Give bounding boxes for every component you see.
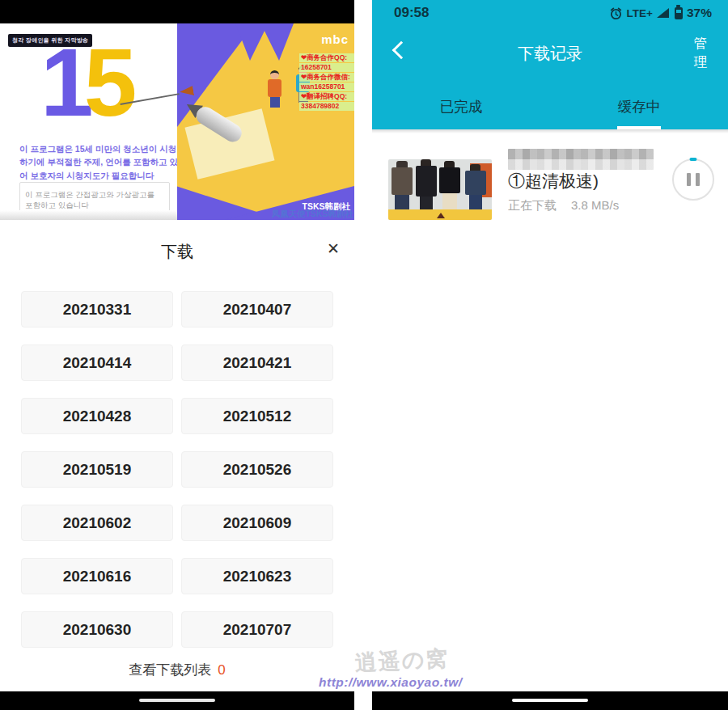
episode-button[interactable]: 20210707 <box>181 611 333 648</box>
home-indicator[interactable] <box>512 699 588 702</box>
right-phone-screen: 09:58 LTE+ 37% 下载记录 管理 已完成缓存中 <box>372 0 728 710</box>
left-navigation-bar <box>0 691 354 710</box>
download-count-badge: 0 <box>218 662 225 678</box>
age-rating-15: 15 <box>40 35 127 130</box>
tab-缓存中[interactable]: 缓存中 <box>550 84 728 129</box>
promo-line: ❤商务合作QQ: <box>299 53 354 62</box>
manage-button[interactable]: 管理 <box>692 34 709 71</box>
thumbnail-figure <box>465 164 486 209</box>
episode-button[interactable]: 20210519 <box>21 451 173 488</box>
pause-icon <box>696 173 700 186</box>
subtitle-group-watermark: 凤凰天使TSKS韩剧社 <box>271 209 353 220</box>
page-title: 下载记录 <box>372 43 728 65</box>
tab-label: 已完成 <box>440 97 483 116</box>
pause-icon <box>687 173 691 186</box>
episode-button[interactable]: 20210428 <box>21 398 173 434</box>
rating-digit-1: 1 <box>40 29 84 136</box>
item-quality-line: ①超清极速) <box>508 170 599 192</box>
promo-line: ❤翻译招聘QQ: <box>299 92 354 101</box>
episode-button[interactable]: 20210407 <box>181 291 333 328</box>
purple-zigzag <box>235 23 294 61</box>
video-player-frame[interactable]: 청각 장애인을 위한 자막방송 15 이 프로그램은 15세 미만의 청소년이 … <box>0 23 354 220</box>
home-indicator[interactable] <box>139 699 215 702</box>
episode-button[interactable]: 20210512 <box>181 398 333 434</box>
thumbnail-figure <box>439 161 460 213</box>
episode-button[interactable]: 20210421 <box>181 344 333 381</box>
header-shadow <box>372 129 728 133</box>
tab-已完成[interactable]: 已完成 <box>372 84 550 129</box>
left-phone-screen: 청각 장애인을 위한 자막방송 15 이 프로그램은 15세 미만의 청소년이 … <box>0 0 354 710</box>
episode-button[interactable]: 20210623 <box>181 558 333 594</box>
tab-bar: 已完成缓存中 <box>372 84 728 129</box>
promo-line: 3384789802 <box>299 102 354 111</box>
mbc-logo: mbc <box>321 32 349 46</box>
battery-icon <box>675 7 683 19</box>
download-speed: 3.8 MB/s <box>571 198 619 213</box>
episode-grid: 2021033120210407202104142021042120210428… <box>21 291 333 648</box>
cartoon-character-1 <box>268 70 282 108</box>
episode-button[interactable]: 20210414 <box>21 344 173 381</box>
battery-percent: 37% <box>687 6 712 20</box>
promo-line: ❤商务合作微信: <box>299 73 354 82</box>
screenshot-root: 청각 장애인을 위한 자막방송 15 이 프로그램은 15세 미만의 청소년이 … <box>0 0 728 710</box>
video-art-yellow-card: mbc ❤商务合作QQ:16258701❤商务合作微信:wan16258701❤… <box>177 23 354 220</box>
alarm-icon <box>609 6 623 20</box>
frame-bottom-fade <box>0 210 177 220</box>
tab-label: 缓存中 <box>618 97 661 116</box>
rating-notice-text: 이 프로그램은 15세 미만의 청소년이 시청하기에 부적절한 주제, 언어를 … <box>19 142 178 182</box>
site-watermark-url: http://www.xiaoyao.tw/ <box>319 675 463 690</box>
status-icons: LTE+ 37% <box>609 5 712 21</box>
episode-button[interactable]: 20210616 <box>21 558 173 594</box>
pause-button[interactable] <box>672 158 714 201</box>
episode-button[interactable]: 20210526 <box>181 451 333 488</box>
promo-contact-block: ❤商务合作QQ:16258701❤商务合作微信:wan16258701❤翻译招聘… <box>299 53 354 112</box>
item-status-row: 正在下载 3.8 MB/s <box>508 198 619 213</box>
left-status-bar <box>0 0 354 23</box>
episode-button[interactable]: 20210630 <box>21 611 173 648</box>
episode-button[interactable]: 20210331 <box>21 291 173 328</box>
download-list-footer[interactable]: 查看下载列表0 <box>0 661 354 679</box>
censored-title-mosaic <box>508 149 654 170</box>
promo-line: wan16258701 <box>299 82 354 91</box>
right-navigation-bar <box>372 691 728 710</box>
thumbnail-figure <box>416 159 437 213</box>
status-time: 09:58 <box>394 5 429 21</box>
thumbnail-figure <box>392 161 413 213</box>
downloading-status-label: 正在下载 <box>508 198 557 213</box>
thumb-triangle-detail <box>437 213 445 218</box>
download-item-thumbnail[interactable] <box>388 159 492 220</box>
signal-icon <box>657 8 669 18</box>
rating-digit-5: 5 <box>84 29 128 136</box>
promo-line: 16258701 <box>299 63 354 72</box>
close-icon[interactable]: ✕ <box>327 239 340 258</box>
network-type-label: LTE+ <box>627 7 653 19</box>
episode-button[interactable]: 20210602 <box>21 505 173 541</box>
view-download-list-label: 查看下载列表 <box>129 662 211 678</box>
download-panel-title: 下载 <box>0 241 354 263</box>
episode-button[interactable]: 20210609 <box>181 505 333 541</box>
